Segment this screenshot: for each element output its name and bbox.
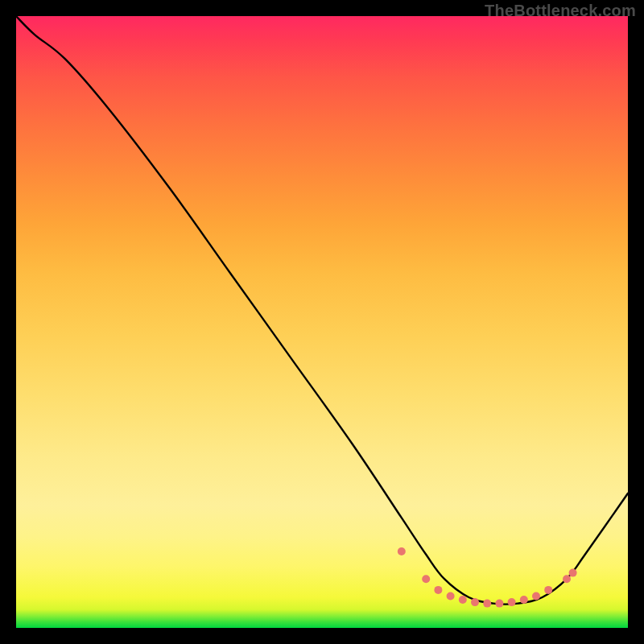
data-marker bbox=[495, 600, 503, 608]
data-marker bbox=[483, 600, 491, 608]
marker-group bbox=[398, 547, 577, 608]
data-marker bbox=[569, 569, 577, 577]
data-marker bbox=[434, 586, 442, 594]
data-marker bbox=[532, 592, 540, 601]
data-marker bbox=[459, 596, 467, 604]
data-marker bbox=[398, 547, 406, 555]
data-marker bbox=[422, 575, 430, 583]
data-marker bbox=[563, 575, 571, 583]
chart-frame bbox=[16, 16, 628, 628]
data-marker bbox=[520, 596, 528, 604]
data-marker bbox=[508, 598, 516, 606]
data-marker bbox=[447, 592, 455, 601]
data-marker bbox=[471, 598, 479, 606]
chart-svg bbox=[16, 16, 628, 628]
data-marker bbox=[544, 586, 552, 594]
watermark-text: TheBottleneck.com bbox=[485, 2, 636, 20]
bottleneck-curve bbox=[16, 16, 628, 605]
